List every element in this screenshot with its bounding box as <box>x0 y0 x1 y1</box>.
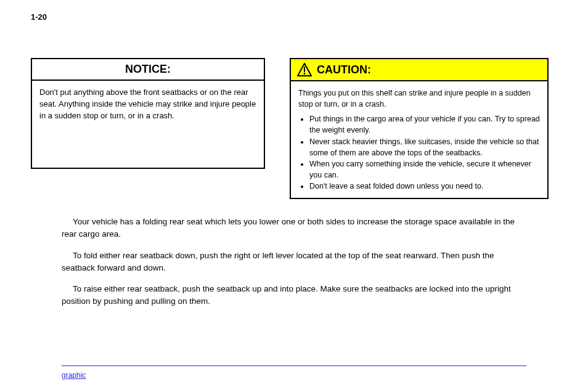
caution-body: Things you put on this shelf can strike … <box>291 81 547 198</box>
notice-box: NOTICE: Don't put anything above the fro… <box>31 58 265 169</box>
caution-bullet: Never stack heavier things, like suitcas… <box>309 136 540 158</box>
warning-triangle-icon <box>297 63 312 76</box>
caution-bullet: Don't leave a seat folded down unless yo… <box>309 181 540 192</box>
caution-header: CAUTION: <box>291 59 547 81</box>
boxes-row: NOTICE: Don't put anything above the fro… <box>31 58 557 199</box>
page: { "page_number": "1-20", "notice_box": {… <box>0 0 588 392</box>
caution-body-lead: Things you put on this shelf can strike … <box>298 88 540 110</box>
notice-body-text: Don't put anything above the front seatb… <box>39 88 256 120</box>
footer-rule <box>62 365 526 366</box>
body-paragraphs: Your vehicle has a folding rear seat whi… <box>62 216 526 317</box>
caution-bullet-list: Put things in the cargo area of your veh… <box>298 113 540 192</box>
caution-bullet: Put things in the cargo area of your veh… <box>309 113 540 136</box>
notice-header: NOTICE: <box>32 59 264 81</box>
paragraph: To fold either rear seatback down, push … <box>62 250 526 275</box>
footer-graphic-link[interactable]: graphic <box>62 371 86 380</box>
caution-bullet: When you carry something inside the vehi… <box>309 158 540 181</box>
svg-point-2 <box>304 73 306 75</box>
paragraph: To raise either rear seatback, push the … <box>62 283 526 308</box>
caution-header-label: CAUTION: <box>317 63 371 76</box>
caution-box: CAUTION: Things you put on this shelf ca… <box>290 58 549 199</box>
paragraph: Your vehicle has a folding rear seat whi… <box>62 216 526 241</box>
page-number: 1-20 <box>31 12 47 22</box>
notice-body: Don't put anything above the front seatb… <box>32 81 264 128</box>
notice-header-label: NOTICE: <box>125 63 171 76</box>
